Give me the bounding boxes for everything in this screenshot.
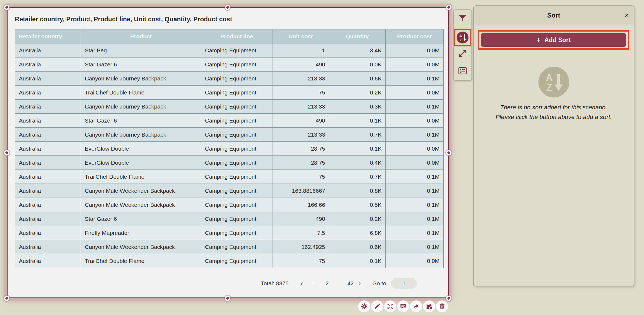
table-cell: Camping Equipment bbox=[201, 86, 272, 100]
table-cell: Camping Equipment bbox=[201, 100, 272, 114]
resize-icon[interactable] bbox=[458, 49, 467, 58]
pagination-ellipsis: … bbox=[335, 280, 341, 287]
table-cell: 162.4925 bbox=[272, 240, 329, 254]
column-header-product[interactable]: Product bbox=[81, 29, 201, 43]
summary-icon[interactable] bbox=[458, 67, 467, 75]
table-cell: 0.0M bbox=[386, 156, 444, 170]
table-cell: 0.1M bbox=[386, 212, 444, 226]
table-cell: 0.1K bbox=[329, 142, 386, 156]
table-row: AustraliaCanyon Mule Journey BackpackCam… bbox=[15, 100, 444, 114]
table-row: AustraliaTrailChef Double FlameCamping E… bbox=[15, 170, 444, 184]
table-row: AustraliaEverGlow DoubleCamping Equipmen… bbox=[15, 142, 444, 156]
table-cell: Australia bbox=[15, 156, 81, 170]
resize-handle-right-middle[interactable] bbox=[446, 150, 451, 155]
trash-icon[interactable] bbox=[436, 300, 448, 312]
table-row: AustraliaStar Gazer 6Camping Equipment49… bbox=[15, 57, 444, 72]
table-cell: 0.1M bbox=[386, 128, 444, 142]
table-cell: 28.75 bbox=[272, 142, 329, 156]
goto-page-input[interactable] bbox=[391, 278, 417, 289]
column-header-unit-cost[interactable]: Unit cost bbox=[272, 29, 329, 43]
close-icon[interactable]: × bbox=[625, 11, 629, 20]
resize-handle-top-left[interactable] bbox=[4, 5, 9, 10]
sort-panel-title: Sort bbox=[547, 12, 560, 19]
table-cell: EverGlow Double bbox=[81, 156, 201, 170]
table-header-row: Retailer countryProductProduct lineUnit … bbox=[15, 29, 444, 43]
table-cell: 0.0M bbox=[386, 43, 444, 57]
table-row: AustraliaStar Gazer 6Camping Equipment49… bbox=[15, 114, 444, 128]
resize-handle-top-center[interactable] bbox=[225, 5, 230, 10]
next-page-button[interactable]: › bbox=[357, 277, 363, 289]
table-cell: Star Gazer 6 bbox=[81, 57, 201, 72]
expand-icon[interactable] bbox=[384, 300, 396, 312]
resize-handle-left-middle[interactable] bbox=[4, 150, 9, 155]
column-header-retailer-country[interactable]: Retailer country bbox=[15, 29, 81, 43]
data-table: Retailer countryProductProduct lineUnit … bbox=[15, 29, 444, 268]
table-row: AustraliaCanyon Mule Weekender BackpackC… bbox=[15, 198, 444, 212]
widget-action-bar bbox=[358, 300, 448, 312]
table-cell: 0.5K bbox=[329, 198, 386, 212]
table-cell: 0.0M bbox=[386, 86, 444, 100]
add-sort-button[interactable]: + Add Sort bbox=[481, 33, 626, 47]
table-cell: Australia bbox=[15, 43, 81, 57]
table-cell: TrailChef Double Flame bbox=[81, 86, 201, 100]
table-cell: Australia bbox=[15, 254, 81, 268]
edit-pencil-icon[interactable] bbox=[371, 300, 383, 312]
table-cell: 28.75 bbox=[272, 156, 329, 170]
settings-gear-icon[interactable] bbox=[358, 300, 370, 312]
table-cell: 213.33 bbox=[272, 72, 329, 86]
table-cell: 7.5 bbox=[272, 226, 329, 240]
table-cell: Australia bbox=[15, 198, 81, 212]
svg-text:A: A bbox=[546, 72, 553, 83]
table-cell: Australia bbox=[15, 212, 81, 226]
resize-handle-bottom-left[interactable] bbox=[4, 296, 9, 301]
column-header-quantity[interactable]: Quantity bbox=[329, 29, 386, 43]
prev-page-button[interactable]: ‹ bbox=[299, 277, 305, 289]
table-cell: Camping Equipment bbox=[201, 184, 272, 198]
sort-icon[interactable]: A Z bbox=[456, 31, 469, 44]
table-cell: 213.33 bbox=[272, 128, 329, 142]
table-cell: 0.1M bbox=[386, 240, 444, 254]
comment-icon[interactable] bbox=[397, 300, 409, 312]
table-cell: 0.7K bbox=[329, 170, 386, 184]
sort-empty-icon: A Z bbox=[538, 67, 569, 99]
table-cell: Australia bbox=[15, 86, 81, 100]
table-cell: Camping Equipment bbox=[201, 114, 272, 128]
column-header-product-cost[interactable]: Product cost bbox=[386, 29, 444, 43]
table-cell: Camping Equipment bbox=[201, 240, 272, 254]
page-42-button[interactable]: 42 bbox=[347, 280, 353, 287]
resize-handle-top-right[interactable] bbox=[446, 5, 451, 10]
table-cell: Canyon Mule Weekender Backpack bbox=[81, 184, 201, 198]
table-row: AustraliaCanyon Mule Weekender BackpackC… bbox=[15, 240, 444, 254]
pagination: Total: 8375 ‹ 1 2 … 42 › Go to bbox=[261, 277, 417, 289]
current-page-button[interactable]: 1 bbox=[308, 278, 319, 289]
table-cell: 0.0M bbox=[386, 142, 444, 156]
svg-text:Z: Z bbox=[546, 82, 552, 93]
table-cell: 0.1M bbox=[386, 72, 444, 86]
table-cell: 75 bbox=[272, 86, 329, 100]
svg-text:Z: Z bbox=[459, 38, 462, 42]
column-header-product-line[interactable]: Product line bbox=[201, 29, 272, 43]
table-cell: 0.2K bbox=[329, 212, 386, 226]
table-cell: 0.1M bbox=[386, 100, 444, 114]
resize-handle-bottom-right[interactable] bbox=[446, 296, 451, 301]
table-cell: 166.66 bbox=[272, 198, 329, 212]
table-cell: Canyon Mule Journey Backpack bbox=[81, 128, 201, 142]
page-2-button[interactable]: 2 bbox=[326, 280, 329, 287]
resize-handle-bottom-center[interactable] bbox=[225, 296, 230, 301]
filter-icon[interactable] bbox=[458, 14, 467, 22]
share-icon[interactable] bbox=[410, 300, 422, 312]
table-cell: 3.4K bbox=[329, 43, 386, 57]
table-body: AustraliaStar PegCamping Equipment13.4K0… bbox=[15, 43, 444, 268]
table-cell: TrailChef Double Flame bbox=[81, 170, 201, 184]
goto-label: Go to bbox=[372, 280, 386, 287]
table-cell: Camping Equipment bbox=[201, 226, 272, 240]
add-sort-label: Add Sort bbox=[544, 36, 571, 44]
table-cell: Australia bbox=[15, 128, 81, 142]
save-icon[interactable] bbox=[423, 300, 435, 312]
sort-panel: Sort × + Add Sort A Z There is no sort a… bbox=[473, 5, 634, 286]
table-cell: 0.1K bbox=[329, 114, 386, 128]
table-cell: 0.1M bbox=[386, 184, 444, 198]
sort-empty-line-2: Please click the button above to add a s… bbox=[474, 112, 634, 122]
table-cell: 213.33 bbox=[272, 100, 329, 114]
table-visualization-widget[interactable]: Retailer country, Product, Product line,… bbox=[7, 7, 449, 298]
